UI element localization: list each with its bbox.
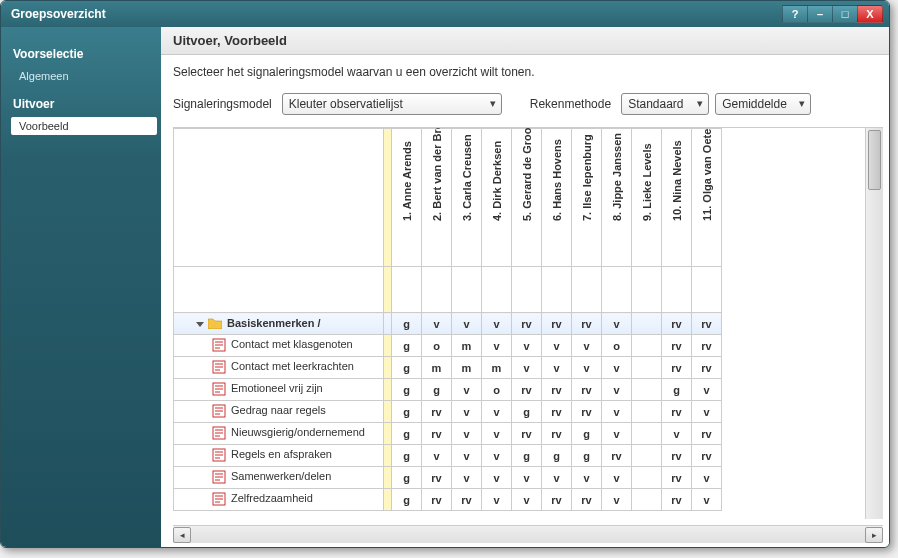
- group-cell[interactable]: v: [602, 313, 632, 335]
- data-cell[interactable]: v: [602, 489, 632, 511]
- data-cell[interactable]: v: [602, 357, 632, 379]
- row-label[interactable]: Zelfredzaamheid: [174, 489, 384, 511]
- data-cell[interactable]: v: [602, 467, 632, 489]
- data-cell[interactable]: o: [422, 335, 452, 357]
- group-cell[interactable]: v: [452, 313, 482, 335]
- data-cell[interactable]: v: [542, 335, 572, 357]
- horizontal-scrollbar[interactable]: ◂ ▸: [173, 525, 883, 543]
- rekenmethode-select-1[interactable]: Standaard: [621, 93, 709, 115]
- group-cell[interactable]: rv: [662, 313, 692, 335]
- data-cell[interactable]: [632, 335, 662, 357]
- data-cell[interactable]: v: [572, 467, 602, 489]
- data-cell[interactable]: rv: [572, 379, 602, 401]
- data-cell[interactable]: v: [482, 423, 512, 445]
- data-cell[interactable]: rv: [542, 401, 572, 423]
- data-cell[interactable]: rv: [692, 445, 722, 467]
- data-cell[interactable]: v: [512, 335, 542, 357]
- data-cell[interactable]: v: [422, 445, 452, 467]
- sidebar-item-voorbeeld[interactable]: Voorbeeld: [11, 117, 157, 135]
- data-cell[interactable]: o: [482, 379, 512, 401]
- group-cell[interactable]: g: [392, 313, 422, 335]
- data-cell[interactable]: v: [452, 445, 482, 467]
- data-cell[interactable]: [632, 357, 662, 379]
- minimize-button[interactable]: –: [807, 5, 833, 23]
- data-cell[interactable]: g: [392, 489, 422, 511]
- signaleringsmodel-select[interactable]: Kleuter observatielijst: [282, 93, 502, 115]
- data-cell[interactable]: g: [392, 467, 422, 489]
- data-cell[interactable]: rv: [692, 357, 722, 379]
- row-label[interactable]: Emotioneel vrij zijn: [174, 379, 384, 401]
- group-cell[interactable]: rv: [512, 313, 542, 335]
- maximize-button[interactable]: □: [832, 5, 858, 23]
- data-cell[interactable]: g: [422, 379, 452, 401]
- data-cell[interactable]: rv: [692, 335, 722, 357]
- column-header[interactable]: 4. Dirk Derksen: [482, 129, 512, 267]
- data-cell[interactable]: v: [692, 489, 722, 511]
- column-header[interactable]: 5. Gerard de Groot: [512, 129, 542, 267]
- help-button[interactable]: ?: [782, 5, 808, 23]
- data-cell[interactable]: v: [692, 467, 722, 489]
- data-cell[interactable]: v: [452, 379, 482, 401]
- data-cell[interactable]: v: [482, 335, 512, 357]
- data-cell[interactable]: [632, 467, 662, 489]
- group-cell[interactable]: [632, 313, 662, 335]
- data-cell[interactable]: v: [512, 489, 542, 511]
- data-cell[interactable]: m: [452, 335, 482, 357]
- data-cell[interactable]: g: [512, 445, 542, 467]
- data-cell[interactable]: [632, 379, 662, 401]
- data-cell[interactable]: v: [482, 401, 512, 423]
- data-cell[interactable]: g: [572, 423, 602, 445]
- row-label[interactable]: Gedrag naar regels: [174, 401, 384, 423]
- data-cell[interactable]: v: [452, 401, 482, 423]
- group-cell[interactable]: v: [422, 313, 452, 335]
- data-cell[interactable]: [632, 423, 662, 445]
- column-header[interactable]: 6. Hans Hovens: [542, 129, 572, 267]
- data-cell[interactable]: v: [482, 467, 512, 489]
- data-cell[interactable]: rv: [542, 489, 572, 511]
- data-cell[interactable]: v: [512, 467, 542, 489]
- data-cell[interactable]: v: [572, 357, 602, 379]
- row-label[interactable]: Samenwerken/delen: [174, 467, 384, 489]
- data-cell[interactable]: g: [392, 401, 422, 423]
- data-cell[interactable]: m: [452, 357, 482, 379]
- column-header[interactable]: 7. Ilse Iepenburg: [572, 129, 602, 267]
- column-header[interactable]: 2. Bert van der Broek: [422, 129, 452, 267]
- data-cell[interactable]: g: [512, 401, 542, 423]
- data-cell[interactable]: v: [692, 401, 722, 423]
- data-cell[interactable]: v: [512, 357, 542, 379]
- data-cell[interactable]: v: [482, 489, 512, 511]
- column-header[interactable]: 1. Anne Arends: [392, 129, 422, 267]
- row-label[interactable]: Nieuwsgierig/ondernemend: [174, 423, 384, 445]
- row-label[interactable]: Contact met klasgenoten: [174, 335, 384, 357]
- data-cell[interactable]: rv: [662, 489, 692, 511]
- data-cell[interactable]: m: [422, 357, 452, 379]
- data-cell[interactable]: v: [602, 401, 632, 423]
- group-cell[interactable]: rv: [542, 313, 572, 335]
- close-button[interactable]: X: [857, 5, 883, 23]
- data-cell[interactable]: rv: [452, 489, 482, 511]
- data-cell[interactable]: g: [392, 445, 422, 467]
- data-cell[interactable]: rv: [602, 445, 632, 467]
- data-cell[interactable]: v: [692, 379, 722, 401]
- column-header[interactable]: 3. Carla Creusen: [452, 129, 482, 267]
- data-cell[interactable]: v: [542, 467, 572, 489]
- vertical-scrollbar[interactable]: [865, 128, 883, 519]
- data-cell[interactable]: rv: [512, 423, 542, 445]
- data-cell[interactable]: rv: [662, 401, 692, 423]
- data-cell[interactable]: [632, 445, 662, 467]
- scrollbar-thumb[interactable]: [868, 130, 881, 190]
- data-cell[interactable]: v: [602, 423, 632, 445]
- data-cell[interactable]: g: [392, 357, 422, 379]
- data-cell[interactable]: rv: [662, 357, 692, 379]
- data-cell[interactable]: v: [602, 379, 632, 401]
- data-cell[interactable]: rv: [662, 335, 692, 357]
- data-cell[interactable]: rv: [542, 423, 572, 445]
- row-label[interactable]: Regels en afspraken: [174, 445, 384, 467]
- data-cell[interactable]: rv: [572, 401, 602, 423]
- data-cell[interactable]: g: [392, 379, 422, 401]
- scroll-right-button[interactable]: ▸: [865, 527, 883, 543]
- data-cell[interactable]: rv: [542, 379, 572, 401]
- data-cell[interactable]: rv: [422, 467, 452, 489]
- data-cell[interactable]: rv: [422, 401, 452, 423]
- data-cell[interactable]: v: [662, 423, 692, 445]
